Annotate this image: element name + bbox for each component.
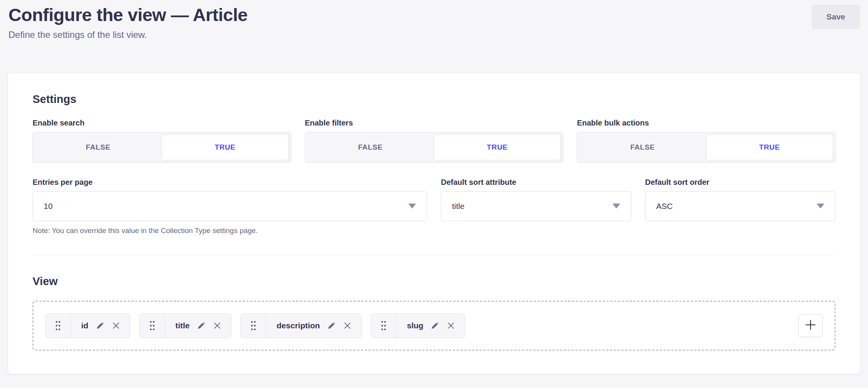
drag-handle-icon[interactable] [140, 314, 165, 337]
drag-handle-icon[interactable] [241, 314, 266, 337]
entries-per-page-value: 10 [44, 202, 52, 211]
edit-pencil-icon[interactable] [197, 321, 206, 330]
chip-body: slug [396, 321, 465, 330]
enable-bulk-actions-label: Enable bulk actions [577, 119, 835, 127]
entries-per-page-note: Note: You can override this value in the… [33, 227, 427, 235]
enable-filters-label: Enable filters [305, 119, 563, 127]
default-sort-order-value: ASC [656, 202, 673, 211]
remove-x-icon[interactable] [213, 321, 221, 330]
field-enable-filters: Enable filters FALSE TRUE [305, 119, 563, 163]
chip-field-name: description [277, 321, 320, 330]
default-sort-attribute-select[interactable]: title [441, 191, 631, 221]
view-section-heading: View [33, 275, 835, 288]
chip-body: id [71, 321, 130, 330]
chip-field-name: title [175, 321, 190, 330]
settings-section-heading: Settings [33, 93, 835, 106]
page-subtitle: Define the settings of the list view. [8, 29, 860, 40]
enable-bulk-actions-true-option[interactable]: TRUE [706, 134, 833, 160]
caret-down-icon [817, 204, 824, 209]
save-button[interactable]: Save [812, 5, 860, 29]
view-fields-dropzone: id title [33, 301, 835, 351]
field-entries-per-page: Entries per page 10 Note: You can overri… [33, 178, 427, 235]
caret-down-icon [408, 204, 416, 209]
view-field-chip-id[interactable]: id [45, 313, 130, 338]
enable-bulk-actions-false-option[interactable]: FALSE [579, 134, 706, 160]
field-enable-search: Enable search FALSE TRUE [33, 119, 291, 163]
field-enable-bulk-actions: Enable bulk actions FALSE TRUE [577, 119, 835, 163]
view-field-chip-description[interactable]: description [241, 313, 362, 338]
edit-pencil-icon[interactable] [96, 321, 105, 330]
enable-filters-false-option[interactable]: FALSE [307, 134, 434, 160]
edit-pencil-icon[interactable] [327, 321, 336, 330]
drag-handle-icon[interactable] [46, 314, 71, 337]
drag-handle-icon[interactable] [371, 314, 396, 337]
edit-pencil-icon[interactable] [431, 321, 439, 330]
section-divider [33, 255, 835, 255]
chip-body: title [165, 321, 231, 330]
page-title: Configure the view — Article [8, 4, 860, 26]
chip-body: description [266, 321, 361, 330]
view-field-chip-slug[interactable]: slug [371, 313, 465, 338]
remove-x-icon[interactable] [112, 321, 120, 330]
chip-field-name: id [81, 321, 88, 330]
add-field-button[interactable] [798, 314, 823, 337]
default-sort-attribute-label: Default sort attribute [441, 178, 631, 187]
default-sort-attribute-value: title [452, 202, 465, 211]
enable-search-false-option[interactable]: FALSE [35, 134, 161, 160]
entries-per-page-label: Entries per page [33, 178, 427, 187]
default-sort-order-label: Default sort order [645, 178, 835, 187]
enable-bulk-actions-toggle: FALSE TRUE [577, 132, 835, 163]
page-header: Configure the view — Article Define the … [0, 0, 868, 40]
enable-filters-toggle: FALSE TRUE [305, 132, 563, 163]
enable-search-toggle: FALSE TRUE [33, 132, 291, 163]
field-default-sort-attribute: Default sort attribute title [441, 178, 631, 235]
field-default-sort-order: Default sort order ASC [645, 178, 835, 235]
enable-search-label: Enable search [33, 119, 291, 127]
chip-field-name: slug [407, 321, 423, 330]
settings-card: Settings Enable search FALSE TRUE Enable… [8, 73, 860, 374]
entries-per-page-select[interactable]: 10 [33, 191, 427, 221]
remove-x-icon[interactable] [447, 321, 455, 330]
configure-view-page: Configure the view — Article Define the … [0, 0, 868, 388]
caret-down-icon [613, 204, 620, 209]
enable-filters-true-option[interactable]: TRUE [434, 134, 561, 160]
settings-grid: Enable search FALSE TRUE Enable filters … [33, 119, 835, 235]
default-sort-order-select[interactable]: ASC [645, 191, 835, 221]
view-field-chip-title[interactable]: title [139, 313, 231, 338]
enable-search-true-option[interactable]: TRUE [161, 134, 288, 160]
plus-icon [805, 319, 816, 332]
remove-x-icon[interactable] [343, 321, 352, 330]
